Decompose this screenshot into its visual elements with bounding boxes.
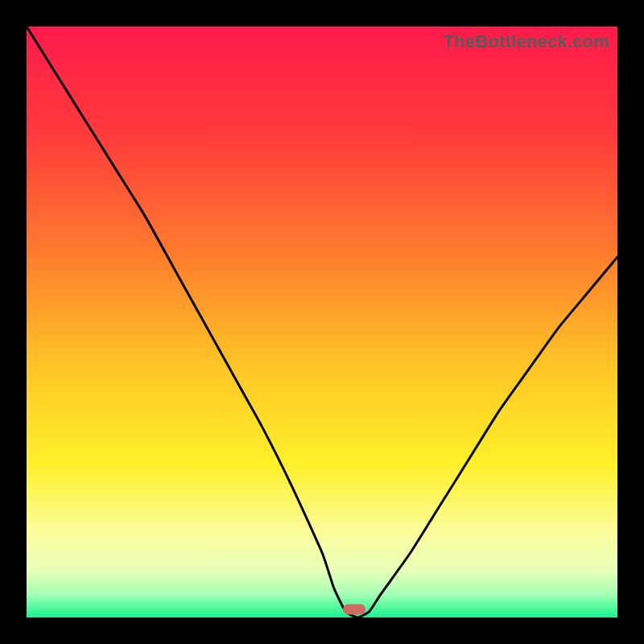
bottleneck-curve xyxy=(27,27,617,617)
chart-curve-layer xyxy=(27,27,617,617)
optimal-marker xyxy=(343,605,365,615)
chart-frame: TheBottleneck.com xyxy=(0,0,644,644)
chart-plot-area: TheBottleneck.com xyxy=(27,27,617,617)
